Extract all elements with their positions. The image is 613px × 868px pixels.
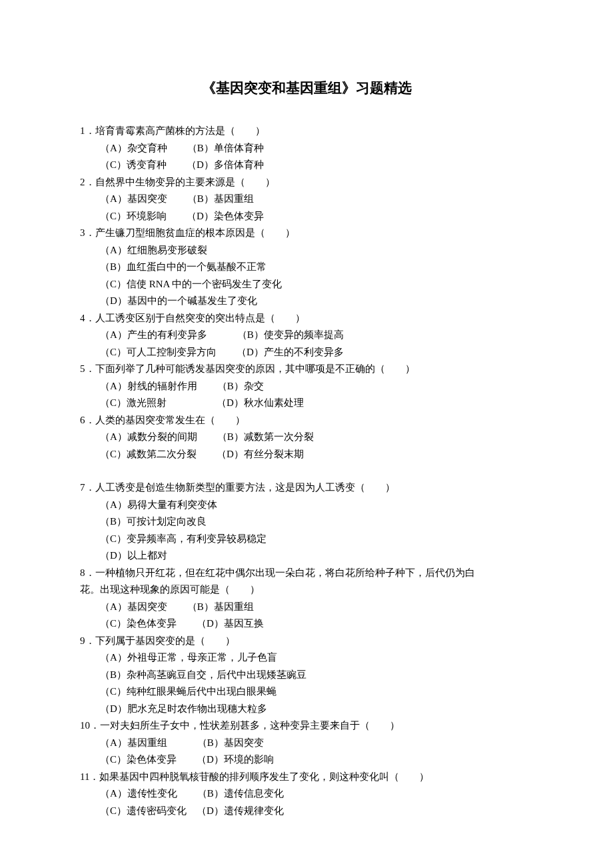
option-line: （C）纯种红眼果蝇后代中出现白眼果蝇 <box>80 683 533 701</box>
question-stem-cont: 花。出现这种现象的原因可能是（ ） <box>80 581 533 599</box>
option-line: （C）染色体变异 （D）基因互换 <box>80 615 533 633</box>
option-line: （B）杂种高茎豌豆自交，后代中出现矮茎豌豆 <box>80 667 533 684</box>
option-line: （C）遗传密码变化 （D）遗传规律变化 <box>80 803 533 820</box>
option-line: （C）信使 RNA 中的一个密码发生了变化 <box>80 276 533 293</box>
option-line: （B）可按计划定向改良 <box>80 513 533 531</box>
option-line: （A）遗传性变化 （B）遗传信息变化 <box>80 785 533 803</box>
option-line: （A）减数分裂的间期 （B）减数第一次分裂 <box>80 429 533 446</box>
question-stem: 11．如果基因中四种脱氧核苷酸的排列顺序发生了变化，则这种变化叫（ ） <box>80 769 533 786</box>
option-line: （A）红细胞易变形破裂 <box>80 242 533 259</box>
question-stem: 7．人工诱变是创造生物新类型的重要方法，这是因为人工诱变（ ） <box>80 479 533 497</box>
question-stem: 4．人工诱变区别于自然突变的突出特点是（ ） <box>80 310 533 327</box>
option-line: （A）杂交育种 （B）单倍体育种 <box>80 140 533 157</box>
option-line: （D）以上都对 <box>80 547 533 565</box>
option-line: （D）基因中的一个碱基发生了变化 <box>80 293 533 310</box>
question-stem: 1．培育青霉素高产菌株的方法是（ ） <box>80 123 533 140</box>
option-line: （A）基因突变 （B）基因重组 <box>80 599 533 616</box>
option-line: （C）可人工控制变异方向 （D）产生的不利变异多 <box>80 344 533 361</box>
option-line: （A）外祖母正常，母亲正常，儿子色盲 <box>80 649 533 667</box>
option-line: （C）变异频率高，有利变异较易稳定 <box>80 531 533 548</box>
option-line: （C）染色体变异 （D）环境的影响 <box>80 751 533 769</box>
option-line: （B）血红蛋白中的一个氨基酸不正常 <box>80 259 533 276</box>
option-line: （A）产生的有利变异多 （B）使变异的频率提高 <box>80 327 533 344</box>
option-line: （C）诱变育种 （D）多倍体育种 <box>80 157 533 174</box>
option-line: （A）基因突变 （B）基因重组 <box>80 191 533 208</box>
question-stem: 3．产生镰刀型细胞贫血症的根本原因是（ ） <box>80 225 533 242</box>
option-line: （A）基因重组 （B）基因突变 <box>80 735 533 752</box>
question-stem: 9．下列属于基因突变的是（ ） <box>80 633 533 650</box>
option-line: （D）肥水充足时农作物出现穗大粒多 <box>80 701 533 718</box>
question-stem: 2．自然界中生物变异的主要来源是（ ） <box>80 174 533 191</box>
option-line: （C）激光照射 （D）秋水仙素处理 <box>80 395 533 412</box>
option-line: （C）环境影响 （D）染色体变异 <box>80 208 533 225</box>
option-line: （A）易得大量有利突变体 <box>80 497 533 514</box>
question-stem: 8．一种植物只开红花，但在红花中偶尔出现一朵白花，将白花所给种子种下，后代仍为白 <box>80 565 533 582</box>
question-list: 1．培育青霉素高产菌株的方法是（ ）（A）杂交育种 （B）单倍体育种（C）诱变育… <box>80 123 533 819</box>
spacer <box>80 463 533 479</box>
option-line: （A）射线的辐射作用 （B）杂交 <box>80 378 533 395</box>
page-title: 《基因突变和基因重组》习题精选 <box>80 79 533 97</box>
question-stem: 10．一对夫妇所生子女中，性状差别甚多，这种变异主要来自于（ ） <box>80 717 533 735</box>
question-stem: 6．人类的基因突变常发生在（ ） <box>80 412 533 429</box>
option-line: （C）减数第二次分裂 （D）有丝分裂末期 <box>80 446 533 463</box>
question-stem: 5．下面列举了几种可能诱发基因突变的原因，其中哪项是不正确的（ ） <box>80 361 533 378</box>
